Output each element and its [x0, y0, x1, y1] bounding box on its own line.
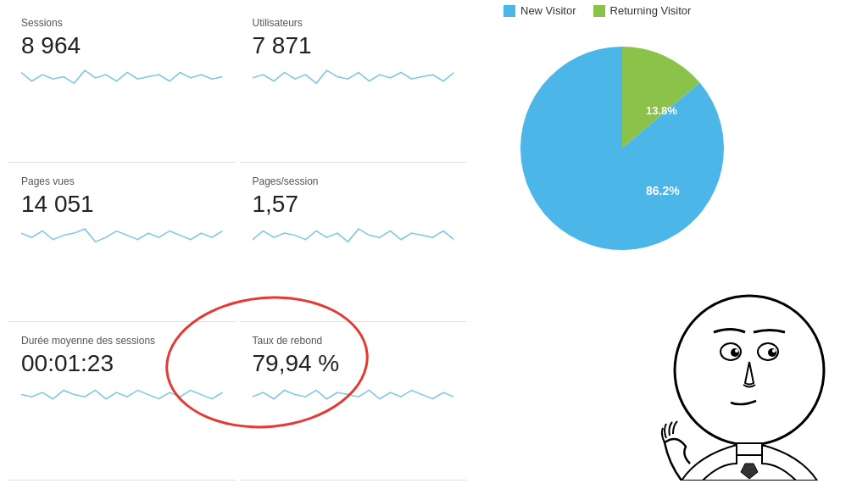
metric-box-pages_vues: Pages vues14 051: [8, 167, 236, 321]
metric-label-utilisateurs: Utilisateurs: [253, 17, 454, 29]
sparkline-sessions: [21, 64, 223, 94]
metric-label-duree_moyenne: Durée moyenne des sessions: [21, 335, 223, 347]
metric-box-pages_session: Pages/session1,57: [240, 167, 467, 321]
right-panel: New Visitor Returning Visitor: [478, 0, 868, 288]
sparkline-taux_rebond: [253, 382, 454, 412]
metric-label-pages_vues: Pages vues: [21, 175, 223, 187]
svg-point-0: [675, 296, 824, 445]
svg-point-5: [768, 348, 776, 357]
metric-value-pages_session: 1,57: [253, 191, 454, 218]
new-visitor-color-box: [504, 5, 515, 17]
metric-value-taux_rebond: 79,94 %: [253, 350, 454, 377]
legend-new-visitor: New Visitor: [504, 4, 576, 17]
metric-value-sessions: 8 964: [21, 32, 223, 59]
pie-chart-container: 13.8% 86.2%: [504, 30, 741, 267]
svg-point-3: [735, 349, 738, 353]
metrics-panel: Sessions8 964Utilisateurs7 871Pages vues…: [0, 0, 475, 489]
sparkline-utilisateurs: [253, 64, 454, 94]
metric-value-pages_vues: 14 051: [21, 191, 223, 218]
new-visitor-label: New Visitor: [520, 4, 576, 17]
svg-point-6: [772, 349, 776, 353]
svg-point-2: [731, 348, 739, 357]
pie-chart-svg: 13.8% 86.2%: [504, 30, 741, 267]
meme-face: [656, 286, 843, 481]
metric-value-utilisateurs: 7 871: [253, 32, 454, 59]
metric-label-sessions: Sessions: [21, 17, 223, 29]
returning-visitor-color-box: [593, 5, 605, 17]
returning-pct-label: 13.8%: [646, 104, 677, 117]
metric-box-duree_moyenne: Durée moyenne des sessions00:01:23: [8, 326, 236, 481]
metric-box-utilisateurs: Utilisateurs7 871: [240, 8, 467, 163]
sparkline-pages_vues: [21, 223, 223, 253]
metric-label-pages_session: Pages/session: [253, 175, 454, 187]
chart-legend: New Visitor Returning Visitor: [504, 4, 691, 17]
metric-value-duree_moyenne: 00:01:23: [21, 350, 223, 377]
sparkline-pages_session: [253, 223, 454, 253]
metric-box-taux_rebond: Taux de rebond79,94 %: [240, 326, 467, 481]
legend-returning-visitor: Returning Visitor: [593, 4, 692, 17]
metric-box-sessions: Sessions8 964: [8, 8, 236, 163]
metric-label-taux_rebond: Taux de rebond: [253, 335, 454, 347]
returning-visitor-label: Returning Visitor: [610, 4, 692, 17]
sparkline-duree_moyenne: [21, 382, 223, 412]
new-pct-label: 86.2%: [646, 184, 680, 197]
